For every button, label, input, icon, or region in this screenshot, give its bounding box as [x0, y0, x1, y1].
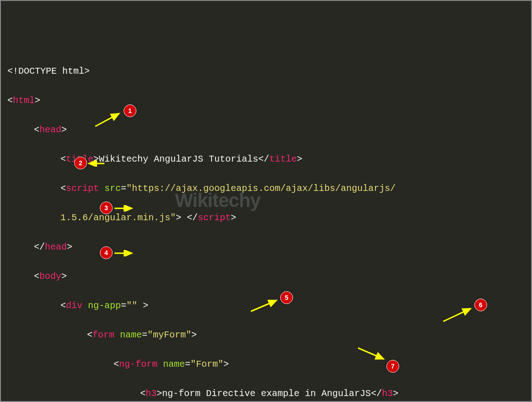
code-line: <!DOCTYPE html>	[7, 64, 525, 79]
annotation-badge-2: 2	[74, 157, 87, 169]
code-editor: Wikitechy <!DOCTYPE html> <html> <head> …	[0, 0, 532, 402]
annotation-badge-1: 1	[124, 104, 136, 117]
code-line: 1.5.6/angular.min.js"> </script>	[7, 211, 525, 225]
code-line: <script src="https://ajax.googleapis.com…	[7, 181, 525, 196]
annotation-badge-4: 4	[100, 246, 113, 259]
code-line: <head>	[7, 123, 525, 137]
annotation-badge-5: 5	[280, 291, 293, 304]
code-line: <form name="myForm">	[7, 328, 525, 342]
annotation-badge-7: 7	[386, 360, 399, 373]
code-line: <html>	[7, 93, 525, 108]
code-line: <h3>ng-form Directive example in Angular…	[7, 386, 525, 401]
code-line: <body>	[7, 269, 525, 284]
code-line: <div ng-app="" >	[7, 299, 525, 313]
annotation-badge-3: 3	[100, 201, 113, 214]
code-line: <ng-form name="Form">	[7, 357, 525, 372]
code-line: </head>	[7, 240, 525, 255]
annotation-badge-6: 6	[474, 299, 487, 311]
